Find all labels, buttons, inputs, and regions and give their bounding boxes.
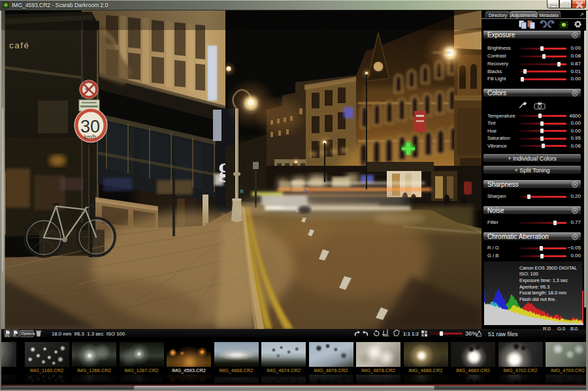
svg-text:1:1: 1:1 <box>403 331 410 337</box>
svg-text:jpg: jpg <box>5 334 10 337</box>
svg-text:1:2: 1:2 <box>412 331 419 337</box>
svg-text:Options: Options <box>22 331 35 336</box>
